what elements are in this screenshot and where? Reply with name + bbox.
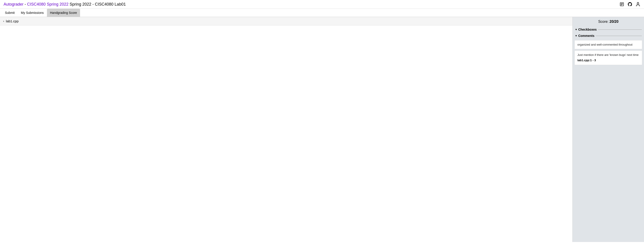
chevron-right-icon: › bbox=[3, 19, 4, 23]
comment-text-2: Just mention if there are 'known bugs' n… bbox=[577, 53, 639, 57]
separator2: Spring 2022 bbox=[70, 2, 91, 6]
checkboxes-label: Checkboxes bbox=[578, 28, 596, 31]
tab-submit[interactable]: Submit bbox=[2, 9, 18, 17]
autograder-link[interactable]: Autograder bbox=[4, 2, 24, 6]
collapse-triangle-comments: ▼ bbox=[575, 34, 577, 37]
file-panel: › lab1.cpp bbox=[0, 17, 572, 242]
tab-my-submissions[interactable]: My Submissions bbox=[18, 9, 47, 17]
page-title: Autograder - CISC4080 Spring 2022 Spring… bbox=[4, 2, 126, 7]
header: Autograder - CISC4080 Spring 2022 Spring… bbox=[0, 0, 644, 9]
course-link-text: CISC4080 Spring 2022 bbox=[27, 2, 68, 6]
github-icon[interactable] bbox=[628, 2, 632, 7]
score-display: Score: 20/20 bbox=[573, 17, 644, 26]
score-value: 20/20 bbox=[610, 20, 618, 23]
comments-section-header[interactable]: ▼ Comments bbox=[573, 33, 644, 39]
score-label: Score: bbox=[598, 20, 610, 23]
checkboxes-section-header[interactable]: ▼ Checkboxes bbox=[573, 26, 644, 33]
comment-text-1: organized and well-commented throughout bbox=[577, 43, 639, 47]
autograder-brand-text: Autograder bbox=[4, 2, 24, 6]
right-panel: Score: 20/20 ▼ Checkboxes ▼ Comments org… bbox=[572, 17, 644, 242]
file-name: lab1.cpp bbox=[6, 19, 18, 23]
comment-location-2: lab1.cpp:1 - 3 bbox=[577, 58, 639, 62]
user-icon[interactable] bbox=[636, 2, 640, 7]
svg-point-4 bbox=[637, 2, 639, 4]
tab-bar: Submit My Submissions Handgrading Score bbox=[0, 9, 644, 17]
assignment-title: - CISC4080 Lab01 bbox=[92, 2, 126, 6]
file-row[interactable]: › lab1.cpp bbox=[0, 17, 572, 25]
tab-handgrading-score[interactable]: Handgrading Score bbox=[47, 9, 80, 17]
comments-label: Comments bbox=[578, 34, 594, 37]
collapse-triangle-checkboxes: ▼ bbox=[575, 28, 577, 31]
header-icons bbox=[620, 2, 640, 7]
separator1: - bbox=[24, 2, 27, 6]
course-link[interactable]: CISC4080 Spring 2022 bbox=[27, 2, 70, 6]
comment-card-2: Just mention if there are 'known bugs' n… bbox=[574, 50, 642, 65]
doc-icon[interactable] bbox=[620, 2, 624, 7]
main-layout: › lab1.cpp Score: 20/20 ▼ Checkboxes ▼ C… bbox=[0, 17, 644, 242]
comment-card-1: organized and well-commented throughout bbox=[574, 40, 642, 49]
